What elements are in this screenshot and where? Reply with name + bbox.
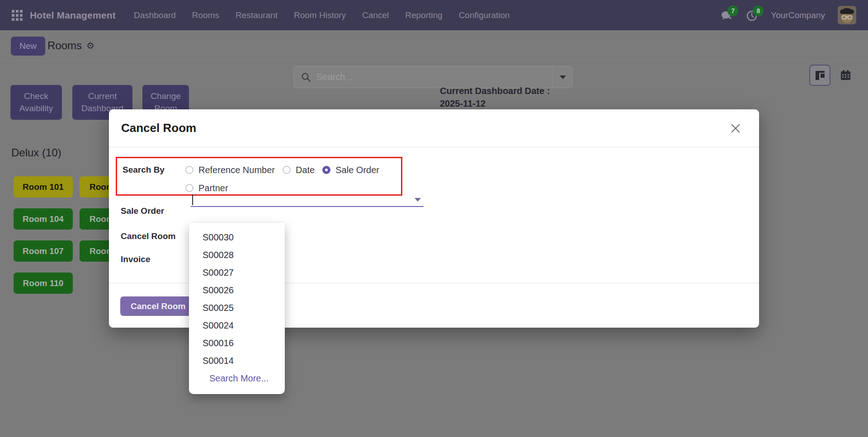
user-avatar[interactable] (838, 6, 856, 24)
cancel-room-field-label: Cancel Room (121, 231, 175, 241)
sale-order-field-label: Sale Order (121, 206, 164, 216)
app-title[interactable]: Hotel Management (30, 10, 116, 21)
search-icon (301, 72, 311, 82)
sale-order-dropdown: S00030 S00028 S00027 S00026 S00025 S0002… (189, 223, 285, 394)
room-button-101[interactable]: Room 101 (14, 176, 73, 197)
room-button-110[interactable]: Room 110 (14, 273, 73, 294)
modal-title: Cancel Room (121, 121, 196, 135)
new-button[interactable]: New (11, 37, 45, 56)
apps-grid-icon[interactable] (12, 10, 23, 21)
dropdown-item[interactable]: S00028 (189, 246, 285, 264)
sale-order-combobox (191, 193, 424, 207)
gear-icon[interactable]: ⚙ (86, 41, 94, 50)
room-button-107[interactable]: Room 107 (14, 240, 73, 262)
dashboard-date-value: 2025-11-12 (440, 99, 550, 109)
radio-button-selected-icon[interactable] (322, 166, 330, 174)
radio-option-partner[interactable]: Partner (185, 183, 228, 193)
modal-header: Cancel Room (109, 109, 759, 147)
company-switcher[interactable]: YourCompany (771, 10, 825, 20)
dropdown-item[interactable]: S00027 (189, 264, 285, 282)
search-by-highlight-box: Search By Reference Number Date Sale Ord… (116, 157, 402, 196)
kanban-icon (815, 70, 826, 81)
kanban-view-button[interactable] (809, 65, 830, 86)
breadcrumb-title: Rooms (47, 39, 82, 52)
nav-item-rooms[interactable]: Rooms (192, 10, 219, 20)
invoice-field-label: Invoice (121, 254, 150, 264)
dashboard-date-block: Current Dashboard Date : 2025-11-12 (440, 86, 550, 109)
nav-item-cancel[interactable]: Cancel (362, 10, 389, 20)
search-filters-toggle[interactable] (552, 66, 572, 88)
search-by-radio-group: Reference Number Date Sale Order Partner (185, 158, 379, 194)
dropdown-item[interactable]: S00030 (189, 229, 285, 246)
calendar-icon (840, 70, 851, 81)
search-more-option[interactable]: Search More... (189, 370, 285, 387)
view-switcher (809, 65, 856, 86)
dropdown-item[interactable]: S00016 (189, 334, 285, 352)
radio-button-icon[interactable] (185, 166, 193, 174)
chevron-down-icon (560, 75, 566, 79)
combobox-caret-icon[interactable] (415, 198, 421, 202)
check-availability-button[interactable]: Check Avaibility (10, 85, 62, 120)
dashboard-date-label: Current Dashboard Date : (440, 86, 550, 96)
room-button-104[interactable]: Room 104 (14, 208, 73, 230)
radio-button-icon[interactable] (185, 184, 193, 192)
cancel-room-submit-button[interactable]: Cancel Room (120, 296, 196, 316)
navbar-right: 7 8 YourCompany (720, 6, 856, 24)
radio-option-reference-number[interactable]: Reference Number (185, 165, 275, 175)
nav-item-configuration[interactable]: Configuration (459, 10, 510, 20)
modal-close-button[interactable] (729, 122, 742, 135)
messages-count-badge: 7 (727, 5, 738, 16)
radio-button-icon[interactable] (283, 166, 291, 174)
nav-item-restaurant[interactable]: Restaurant (236, 10, 278, 20)
sale-order-input[interactable] (191, 193, 424, 206)
main-menu: Dashboard Rooms Restaurant Room History … (134, 10, 510, 20)
nav-item-reporting[interactable]: Reporting (405, 10, 442, 20)
messages-button[interactable]: 7 (720, 9, 733, 22)
dropdown-item[interactable]: S00024 (189, 317, 285, 334)
room-category-heading: Delux (10) (11, 146, 61, 159)
nav-item-room-history[interactable]: Room History (294, 10, 346, 20)
search-by-label: Search By (117, 158, 185, 194)
activities-button[interactable]: 8 (745, 9, 758, 22)
navbar: Hotel Management Dashboard Rooms Restaur… (0, 0, 868, 30)
radio-option-sale-order[interactable]: Sale Order (322, 165, 379, 175)
nav-item-dashboard[interactable]: Dashboard (134, 10, 176, 20)
dropdown-item[interactable]: S00025 (189, 299, 285, 317)
calendar-view-button[interactable] (835, 65, 856, 86)
control-panel: New Rooms ⚙ (0, 30, 868, 61)
search-bar (293, 66, 573, 88)
dropdown-item[interactable]: S00014 (189, 352, 285, 370)
search-input[interactable] (316, 72, 552, 82)
activities-count-badge: 8 (753, 5, 764, 16)
close-icon (730, 122, 741, 134)
radio-option-date[interactable]: Date (283, 165, 315, 175)
text-cursor (192, 194, 193, 205)
dropdown-item[interactable]: S00026 (189, 282, 285, 299)
